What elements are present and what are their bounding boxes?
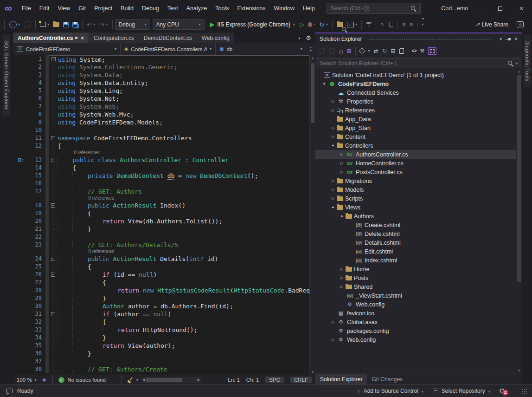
code-text[interactable]: { xyxy=(58,279,309,286)
tab-configuration-cs[interactable]: Configuration.cs xyxy=(89,33,139,43)
code-line-body[interactable]: using System.Net; xyxy=(49,95,309,103)
expander-icon[interactable]: ▼ xyxy=(329,203,337,211)
code-line-body[interactable]: using CodeFirstEFDemo.Models; xyxy=(49,118,309,126)
code-text[interactable]: using System.Web; xyxy=(58,103,309,111)
code-line-body[interactable] xyxy=(49,358,309,365)
code-line[interactable]: 8using System.Web.Mvc; xyxy=(13,111,309,118)
expander-icon[interactable]: ▷ xyxy=(329,126,337,130)
code-line[interactable]: 17 // GET: Authors xyxy=(13,188,309,195)
sync-with-active-document-icon[interactable]: ⇄ xyxy=(374,48,378,54)
code-text[interactable]: using System.Web.Mvc; xyxy=(58,111,309,118)
code-line[interactable]: 2using System.Collections.Generic; xyxy=(13,63,309,71)
scroll-down-icon[interactable]: ▼ xyxy=(516,369,522,372)
codelens-references[interactable]: 0 references xyxy=(58,150,100,156)
expander-icon[interactable]: ▷ xyxy=(329,99,337,104)
tree-item-migrations[interactable]: ▷Migrations xyxy=(315,176,522,185)
code-line[interactable]: 32 { xyxy=(13,318,309,326)
code-text[interactable]: using System.Collections.Generic; xyxy=(58,63,309,71)
tree-item-references[interactable]: ▷References xyxy=(315,106,522,115)
tree-item-homecontroller-cs[interactable]: ▷C#HomeController.cs xyxy=(315,159,522,168)
code-line[interactable]: 20 return View(db.Authors.ToList()); xyxy=(13,217,309,225)
scroll-left-icon[interactable]: ◀ xyxy=(142,378,145,382)
live-share-button[interactable]: ↗Live Share xyxy=(474,19,510,31)
code-text[interactable]: Author author = db.Authors.Find(id); xyxy=(58,302,309,310)
menu-test[interactable]: Test xyxy=(163,5,182,12)
type-dropdown[interactable]: ◈ CodeFirstEFDemo.Controllers.AuthorsCon… xyxy=(121,43,216,55)
code-cleanup-icon[interactable] xyxy=(127,377,133,383)
add-to-source-control-button[interactable]: ↑ Add to Source Control ▴ xyxy=(357,388,423,395)
codelens-row[interactable]: 0 references xyxy=(13,150,309,156)
scroll-up-icon[interactable]: ▲ xyxy=(516,70,522,73)
code-line[interactable]: 3using System.Data; xyxy=(13,71,309,79)
code-line-body[interactable] xyxy=(49,126,309,134)
tree-item-packages-config[interactable]: ⚙packages.config xyxy=(315,326,522,335)
properties-icon[interactable]: ⚒ xyxy=(420,48,424,54)
tree-item-index-cshtml[interactable]: [@]Index.cshtml xyxy=(315,256,522,265)
code-line-body[interactable]: return View(db.Authors.ToList()); xyxy=(49,217,309,225)
tab-web-config[interactable]: Web.config xyxy=(197,33,234,43)
code-line[interactable]: 5using System.Linq; xyxy=(13,87,309,95)
code-line-body[interactable]: { xyxy=(49,164,309,172)
code-line-body[interactable]: // GET: Authors/Create xyxy=(49,365,309,373)
open-file-button[interactable] xyxy=(51,19,61,31)
code-line-body[interactable]: using System.Data.Entity; xyxy=(49,79,309,87)
expander-icon[interactable]: ▷ xyxy=(338,267,346,271)
expander-icon[interactable]: ▷ xyxy=(329,188,337,192)
scrollbar-thumb[interactable] xyxy=(146,378,182,382)
code-text[interactable] xyxy=(58,126,309,134)
expander-icon[interactable]: ▷ xyxy=(338,285,346,289)
code-line[interactable]: 4using System.Data.Entity; xyxy=(13,79,309,87)
tree-item-details-cshtml[interactable]: [@]Details.cshtml xyxy=(315,238,522,247)
pending-changes-filter-icon[interactable] xyxy=(359,48,365,53)
code-text[interactable]: namespace CodeFirstEFDemo.Controllers xyxy=(58,134,309,142)
global-search-box[interactable] xyxy=(327,3,421,14)
code-text[interactable] xyxy=(58,358,309,365)
code-line-body[interactable]: − public class AuthorsController : Contr… xyxy=(49,156,309,164)
chevron-down-icon[interactable]: ▾ xyxy=(47,22,49,26)
code-line[interactable]: 29 } xyxy=(13,294,309,302)
scroll-right-icon[interactable]: ▶ xyxy=(198,378,200,382)
menu-debug[interactable]: Debug xyxy=(138,5,163,12)
code-line-body[interactable]: // GET: Authors/Details/5 xyxy=(49,241,309,249)
split-window-button[interactable]: ▴▾ xyxy=(306,43,315,55)
code-text[interactable]: public class AuthorsController : Control… xyxy=(58,156,309,164)
fold-collapse-icon[interactable]: − xyxy=(51,136,55,140)
code-line-body[interactable]: { xyxy=(49,263,309,271)
tree-item-web-config[interactable]: ▷⚙Web.config xyxy=(315,335,522,344)
code-text[interactable] xyxy=(58,180,309,188)
scroll-down-icon[interactable]: ▼ xyxy=(310,371,315,374)
tree-item-shared[interactable]: ▷Shared xyxy=(315,282,522,291)
inheritance-indicator-icon[interactable]: ↑ xyxy=(18,158,24,162)
start-debugging-button[interactable]: ▶IIS Express (Google Chrome)▾ xyxy=(207,21,298,28)
tree-item-models[interactable]: ▷Models xyxy=(315,185,522,194)
code-line[interactable]: 1−using System; xyxy=(13,55,309,63)
panel-tab-git-changes[interactable]: Git Changes xyxy=(367,374,407,384)
code-line[interactable]: 22 xyxy=(13,233,309,241)
fold-margin[interactable]: − xyxy=(49,271,58,279)
undo-button[interactable]: ↶▾ xyxy=(85,19,97,31)
code-line-body[interactable]: { xyxy=(49,318,309,326)
tree-item-delete-cshtml[interactable]: [@]Delete.cshtml xyxy=(315,229,522,238)
intellicode-icon[interactable]: ∗ xyxy=(42,377,47,384)
code-line-body[interactable]: private DemoDbContext db = new DemoDbCon… xyxy=(49,172,309,180)
menu-edit[interactable]: Edit xyxy=(35,5,54,12)
redo-button[interactable]: ↷▾ xyxy=(97,19,110,31)
menu-build[interactable]: Build xyxy=(116,5,138,12)
code-line-body[interactable]: } xyxy=(49,334,309,342)
show-all-files-icon[interactable] xyxy=(399,48,404,54)
restart-button[interactable]: ↻▾ xyxy=(317,19,330,31)
code-line-body[interactable]: −namespace CodeFirstEFDemo.Controllers xyxy=(49,134,309,142)
pin-icon[interactable] xyxy=(76,36,77,40)
diagnostic-tools-tab[interactable]: Diagnostic Tools xyxy=(524,35,531,87)
code-text[interactable]: return View(db.Authors.ToList()); xyxy=(58,217,309,225)
expander-icon[interactable]: ▷ xyxy=(338,161,346,165)
code-line-body[interactable] xyxy=(49,180,309,188)
sql-server-object-explorer-tab[interactable]: SQL Server Object Explorer xyxy=(3,35,10,116)
solution-explorer-search-input[interactable] xyxy=(320,60,505,66)
code-text[interactable]: // GET: Authors/Create xyxy=(58,365,309,373)
code-line[interactable]: 30 Author author = db.Authors.Find(id); xyxy=(13,302,309,310)
fold-collapse-icon[interactable]: − xyxy=(51,158,55,162)
tree-item-scripts[interactable]: ▷Scripts xyxy=(315,194,522,203)
code-text[interactable]: public ActionResult Details(int? id) xyxy=(58,255,309,263)
codelens-references[interactable]: 0 references xyxy=(58,249,114,255)
